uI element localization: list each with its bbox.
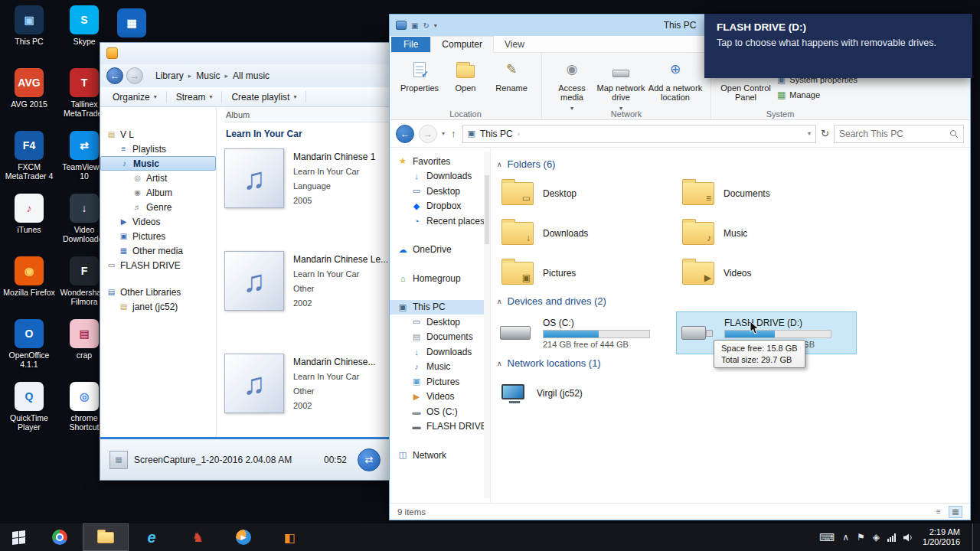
nav-item[interactable]: ▭ Desktop <box>390 315 490 330</box>
folder-item[interactable]: ▭ Desktop <box>495 174 676 213</box>
back-button[interactable]: ← <box>396 125 414 143</box>
nav-item[interactable]: ▬ OS (C:) <box>390 404 490 419</box>
nav-item[interactable]: ◔ Recent places <box>390 214 490 229</box>
properties-button[interactable]: ✓ Properties <box>397 56 442 93</box>
tree-item[interactable]: ♪ Music <box>100 156 216 171</box>
removable-media-icon[interactable]: ◈ <box>873 532 880 543</box>
address-field[interactable]: ▣ This PC › ▾ <box>462 125 817 143</box>
taskbar-media-player-button[interactable]: ▶ <box>220 523 266 551</box>
tree-item[interactable]: ▤ janet (jc52) <box>100 299 216 314</box>
desktop-icon[interactable]: O OpenOffice 4.1.1 <box>2 315 57 378</box>
tab-file[interactable]: File <box>391 37 430 52</box>
tree-item[interactable]: ▤ Other Libraries <box>100 285 216 299</box>
breadcrumb-library[interactable]: Library <box>155 70 184 81</box>
taskbar-metatrader-button[interactable]: ♞ <box>175 523 220 551</box>
tree-item[interactable]: ▣ Pictures <box>100 229 216 243</box>
nav-item[interactable]: ★ Favorites <box>390 154 490 169</box>
search-input[interactable] <box>839 129 946 139</box>
nav-item[interactable]: ▶ Videos <box>390 390 490 405</box>
forward-button[interactable]: → <box>419 125 437 143</box>
drive-item[interactable]: OS (C:) 214 GB free of 444 GB <box>495 311 676 354</box>
taskbar-app-button[interactable]: ◧ <box>266 523 312 551</box>
nav-item[interactable]: ☁ OneDrive <box>390 243 490 258</box>
nav-item[interactable]: ♪ Music <box>390 360 490 375</box>
nav-item[interactable]: ▬ FLASH DRIVE (D <box>390 419 490 435</box>
address-dropdown-icon[interactable]: ▾ <box>808 130 811 137</box>
show-desktop-button[interactable] <box>972 523 977 551</box>
manage-button[interactable]: ▦ Manage <box>777 90 858 100</box>
rename-button[interactable]: ✎ Rename <box>489 56 534 93</box>
tree-item[interactable]: ≡ Playlists <box>100 142 216 156</box>
action-center-icon[interactable]: ⚑ <box>857 532 865 543</box>
nav-scrollbar[interactable] <box>484 152 490 498</box>
volume-icon[interactable] <box>903 533 913 542</box>
toolbar-menu-button[interactable]: Stream ▾ <box>168 90 220 105</box>
breadcrumb-music[interactable]: Music <box>196 70 220 81</box>
taskbar-file-explorer-button[interactable] <box>83 523 129 551</box>
tree-item[interactable]: ▶ Videos <box>100 214 216 229</box>
taskbar-internet-explorer-button[interactable]: e <box>129 523 175 551</box>
album-item[interactable]: ♫ Mandarin Chinese Le... Learn In Your C… <box>224 251 390 311</box>
shuffle-button[interactable]: ⇄ <box>358 448 381 471</box>
up-button[interactable]: ↑ <box>451 128 456 139</box>
album-item[interactable]: ♫ Mandarin Chinese... Learn In Your Car … <box>224 354 390 413</box>
folders-group-header[interactable]: ∧ Folders (6) <box>497 158 959 170</box>
tab-computer[interactable]: Computer <box>430 36 494 53</box>
nav-item[interactable]: ↓ Downloads <box>390 169 490 184</box>
add-network-location-button[interactable]: ⊕ Add a network location <box>648 56 703 102</box>
touch-keyboard-icon[interactable]: ⌨ <box>819 531 835 543</box>
folder-item[interactable]: ▶ Videos <box>676 254 857 292</box>
nav-item[interactable]: ▤ Documents <box>390 330 490 345</box>
tree-item[interactable]: ▦ Other media <box>100 243 216 258</box>
removable-drive-toast[interactable]: FLASH DRIVE (D:) Tap to choose what happ… <box>704 14 972 78</box>
folder-item[interactable]: ≡ Documents <box>676 174 857 213</box>
nav-item[interactable]: ⌂ Homegroup <box>390 271 490 286</box>
tab-view[interactable]: View <box>494 37 535 52</box>
devices-group-header[interactable]: ∧ Devices and drives (2) <box>497 295 959 307</box>
quick-access-item-icon[interactable]: ▣ <box>411 21 418 30</box>
map-network-drive-button[interactable]: Map network drive ▾ <box>596 56 646 113</box>
nav-item[interactable]: ◫ Network <box>390 448 490 463</box>
album-column-header[interactable]: Album <box>224 107 390 122</box>
nav-item[interactable]: ▣ Pictures <box>390 374 490 390</box>
tree-item[interactable]: ◉ Album <box>100 185 216 200</box>
folder-item[interactable]: ♪ Music <box>676 214 857 253</box>
desktop-icon[interactable]: AVG AVG 2015 <box>2 64 57 127</box>
taskbar-clock[interactable]: 2:19 AM 1/20/2016 <box>923 527 960 547</box>
quick-access-refresh-icon[interactable]: ↻ <box>423 21 429 30</box>
toolbar-menu-button[interactable]: Organize ▾ <box>105 90 165 105</box>
album-item[interactable]: ♫ Mandarin Chinese 1 Learn In Your Car L… <box>224 148 390 208</box>
refresh-button[interactable]: ↻ <box>821 128 829 139</box>
nav-item[interactable]: ◆ Dropbox <box>390 199 490 214</box>
breadcrumb-all-music[interactable]: All music <box>233 70 270 81</box>
tree-item[interactable]: ◎ Artist <box>100 171 216 185</box>
tree-item[interactable]: ▤ V L <box>100 127 216 142</box>
desktop-icon[interactable]: F4 FXCM MetaTrader 4 <box>2 127 57 190</box>
details-view-button[interactable]: ≡ <box>932 506 946 518</box>
folder-item[interactable]: ▣ Pictures <box>495 254 676 292</box>
desktop-icon[interactable]: ▣ This PC <box>2 2 57 64</box>
toolbar-menu-button[interactable]: Create playlist ▾ <box>224 90 304 105</box>
network-location-item[interactable]: Virgil (jc52) <box>495 373 959 413</box>
access-media-button[interactable]: ◉ Access media ▾ <box>550 56 594 113</box>
tray-chevron-up-icon[interactable]: ∧ <box>842 532 849 543</box>
nav-item[interactable]: ↓ Downloads <box>390 344 490 360</box>
thumbnails-view-button[interactable]: ▦ <box>949 506 962 518</box>
tree-item[interactable]: ▭ FLASH DRIVE <box>100 258 216 272</box>
folder-item[interactable]: ↓ Downloads <box>495 214 676 253</box>
back-button[interactable]: ← <box>106 67 123 84</box>
desktop-icon[interactable]: Q QuickTime Player <box>2 378 57 441</box>
address-path[interactable]: This PC <box>480 129 513 139</box>
taskbar-chrome-button[interactable] <box>37 523 83 551</box>
network-icon[interactable] <box>887 533 896 542</box>
history-dropdown-icon[interactable]: ▾ <box>442 130 445 137</box>
start-button[interactable] <box>0 523 37 551</box>
desktop-icon[interactable]: ♪ iTunes <box>2 190 57 253</box>
chevron-down-icon[interactable]: ▾ <box>434 22 437 29</box>
desktop-icon[interactable]: ◉ Mozilla Firefox <box>2 253 57 315</box>
forward-button[interactable]: → <box>126 67 143 84</box>
tree-item[interactable]: ♬ Genre <box>100 200 216 214</box>
nav-item[interactable]: ▣ This PC <box>390 300 490 315</box>
open-button[interactable]: Open <box>443 56 488 93</box>
nav-item[interactable]: ▭ Desktop <box>390 184 490 199</box>
